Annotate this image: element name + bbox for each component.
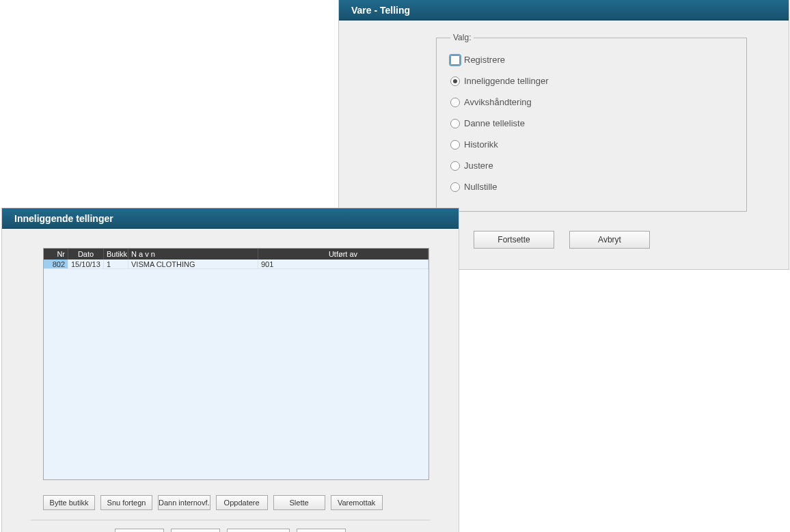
radio-icon[interactable]: [450, 140, 460, 150]
varemottak-button[interactable]: Varemottak: [331, 495, 383, 510]
sok-button[interactable]: Søk: [171, 529, 220, 532]
avslutt-button[interactable]: Avslutt: [297, 529, 346, 532]
table-row[interactable]: 802 15/10/13 1 VISMA CLOTHING 901: [44, 260, 428, 269]
bottom-toolbar: Ny Søk Utskrift m/avvik Avslutt: [31, 529, 430, 532]
vare-telling-titlebar: Vare - Telling: [339, 0, 789, 20]
toolbar-divider: [31, 520, 430, 520]
radio-label: Avvikshåndtering: [464, 97, 532, 107]
inneliggende-tellinger-window: Inneliggende tellinger Nr Dato Butikk N …: [1, 208, 459, 532]
cell-butikk: 1: [104, 260, 128, 268]
cell-utfort: 901: [258, 260, 428, 268]
tellinger-grid[interactable]: Nr Dato Butikk N a v n Utført av 802 15/…: [43, 248, 429, 480]
avbryt-button[interactable]: Avbryt: [569, 231, 650, 249]
radio-icon[interactable]: [450, 76, 460, 86]
ny-button[interactable]: Ny: [115, 529, 164, 532]
grid-toolbar: Bytte butikk Snu fortegn Dann internovf.…: [43, 495, 430, 510]
oppdatere-button[interactable]: Oppdatere: [216, 495, 268, 510]
col-header-nr[interactable]: Nr: [44, 249, 68, 260]
radio-justere[interactable]: Justere: [450, 155, 733, 176]
vare-telling-buttons: Fortsette Avbryt: [474, 231, 774, 249]
inneliggende-tellinger-body: Nr Dato Butikk N a v n Utført av 802 15/…: [2, 229, 459, 532]
valg-legend: Valg:: [450, 33, 474, 42]
col-header-navn[interactable]: N a v n: [128, 249, 258, 260]
radio-icon[interactable]: [450, 119, 460, 128]
radio-avvikshandtering[interactable]: Avvikshåndtering: [450, 92, 733, 113]
col-header-butikk[interactable]: Butikk: [104, 249, 128, 260]
fortsette-button[interactable]: Fortsette: [474, 231, 554, 249]
inneliggende-tellinger-titlebar: Inneliggende tellinger: [2, 208, 459, 229]
radio-inneliggende-tellinger[interactable]: Inneliggende tellinger: [450, 70, 733, 92]
bytte-butikk-button[interactable]: Bytte butikk: [43, 495, 95, 510]
dann-internovf-button[interactable]: Dann internovf.: [158, 495, 210, 510]
radio-label: Inneliggende tellinger: [464, 76, 549, 86]
utskrift-mavvik-button[interactable]: Utskrift m/avvik: [227, 529, 290, 532]
inneliggende-tellinger-title: Inneliggende tellinger: [14, 213, 113, 224]
radio-icon[interactable]: [450, 55, 460, 65]
radio-icon[interactable]: [450, 161, 460, 171]
radio-label: Nullstille: [464, 182, 497, 192]
radio-registrere[interactable]: Registrere: [450, 49, 733, 70]
radio-icon[interactable]: [450, 98, 460, 107]
snu-fortegn-button[interactable]: Snu fortegn: [100, 495, 152, 510]
cell-nr[interactable]: 802: [44, 260, 68, 268]
vare-telling-title: Vare - Telling: [351, 5, 410, 16]
slette-button[interactable]: Slette: [273, 495, 325, 510]
radio-label: Justere: [464, 160, 493, 171]
col-header-dato[interactable]: Dato: [68, 249, 104, 260]
col-header-utfort[interactable]: Utført av: [258, 249, 428, 260]
cell-navn: VISMA CLOTHING: [128, 260, 258, 268]
radio-label: Registrere: [464, 55, 505, 65]
radio-label: Danne telleliste: [464, 118, 525, 128]
radio-label: Historikk: [464, 139, 498, 150]
cell-dato: 15/10/13: [68, 260, 104, 268]
radio-historikk[interactable]: Historikk: [450, 134, 733, 155]
grid-header-row: Nr Dato Butikk N a v n Utført av: [44, 249, 428, 260]
radio-icon[interactable]: [450, 182, 460, 192]
radio-nullstille[interactable]: Nullstille: [450, 176, 733, 197]
radio-danne-telleliste[interactable]: Danne telleliste: [450, 113, 733, 134]
valg-fieldset: Valg: Registrere Inneliggende tellinger …: [436, 33, 747, 212]
